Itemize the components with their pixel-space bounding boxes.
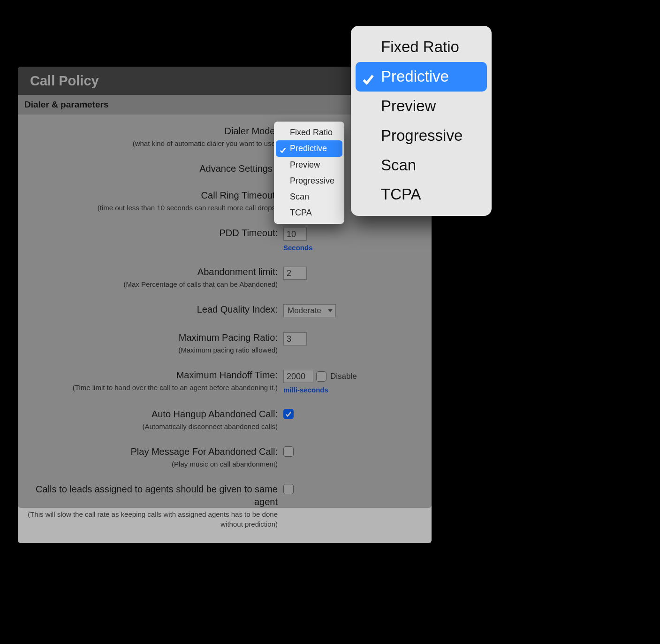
abandonment-limit-input[interactable] xyxy=(283,267,307,280)
pdd-timeout-input[interactable] xyxy=(283,228,307,241)
dialer-mode-option[interactable]: Scan xyxy=(356,151,487,180)
row-lead-quality: Lead Quality Index: Moderate xyxy=(24,303,425,317)
label-max-handoff: Maximum Handoff Time: xyxy=(24,369,278,382)
dialer-mode-dropdown[interactable]: Fixed Ratio Predictive Preview Progressi… xyxy=(274,122,344,224)
label-auto-hangup: Auto Hangup Abandoned Call: xyxy=(24,408,278,421)
dialer-mode-option[interactable]: Predictive xyxy=(356,62,487,92)
row-max-handoff: Maximum Handoff Time: (Time limit to han… xyxy=(24,369,425,394)
hint-max-handoff: (Time limit to hand over the call to an … xyxy=(24,383,278,392)
hint-max-pacing: (Maximum pacing ratio allowed) xyxy=(24,345,278,355)
dialer-mode-option[interactable]: Fixed Ratio xyxy=(356,32,487,62)
play-msg-checkbox[interactable] xyxy=(283,446,294,457)
unit-seconds: Seconds xyxy=(283,244,313,252)
dialer-mode-option[interactable]: TCPA xyxy=(276,205,342,221)
check-icon xyxy=(280,145,286,152)
max-pacing-input[interactable] xyxy=(283,332,307,345)
row-play-msg: Play Message For Abandoned Call: (Play m… xyxy=(24,445,425,469)
hint-call-ring-timeout: (time out less than 10 seconds can resul… xyxy=(24,203,278,213)
row-auto-hangup: Auto Hangup Abandoned Call: (Automatical… xyxy=(24,408,425,431)
label-abandonment-limit: Abandonment limit: xyxy=(24,266,278,278)
label-disable: Disable xyxy=(330,372,357,381)
label-pdd-timeout: PDD Timeout: xyxy=(24,227,278,239)
label-advance-settings: Advance Settings : xyxy=(24,162,278,175)
label-max-pacing: Maximum Pacing Ratio: xyxy=(24,331,278,344)
option-label: Scan xyxy=(290,192,309,201)
dialer-mode-option[interactable]: Predictive xyxy=(276,140,342,156)
option-label: Predictive xyxy=(381,68,449,85)
hint-dialer-mode: (what kind of automatic dialer you want … xyxy=(24,138,278,148)
lead-quality-value: Moderate xyxy=(288,306,321,315)
label-dialer-mode: Dialer Mode: xyxy=(24,125,278,138)
option-label: Preview xyxy=(381,97,436,115)
label-lead-quality: Lead Quality Index: xyxy=(24,303,278,316)
unit-milliseconds: milli-seconds xyxy=(283,386,328,394)
max-handoff-input[interactable] xyxy=(283,370,313,383)
dialer-mode-option[interactable]: Progressive xyxy=(356,121,487,151)
dialer-mode-option[interactable]: Scan xyxy=(276,189,342,205)
row-max-pacing: Maximum Pacing Ratio: (Maximum pacing ra… xyxy=(24,331,425,355)
dialer-mode-option[interactable]: Preview xyxy=(276,157,342,173)
hint-play-msg: (Play music on call abandonment) xyxy=(24,459,278,469)
option-label: Progressive xyxy=(381,127,463,144)
option-label: Preview xyxy=(290,160,320,169)
hint-abandonment-limit: (Max Percentage of calls that can be Aba… xyxy=(24,279,278,289)
lead-quality-select[interactable]: Moderate xyxy=(283,304,336,317)
option-label: Scan xyxy=(381,156,416,174)
row-same-agent: Calls to leads assigned to agents should… xyxy=(24,483,425,529)
max-handoff-disable-checkbox[interactable] xyxy=(316,371,326,382)
option-label: Progressive xyxy=(290,176,334,185)
dialer-mode-option[interactable]: Fixed Ratio xyxy=(276,124,342,140)
label-same-agent: Calls to leads assigned to agents should… xyxy=(24,483,278,508)
dialer-mode-dropdown-enlarged[interactable]: Fixed Ratio Predictive Preview Progressi… xyxy=(351,26,492,216)
same-agent-checkbox[interactable] xyxy=(283,484,294,494)
option-label: Fixed Ratio xyxy=(381,38,459,55)
row-pdd-timeout: PDD Timeout: Seconds xyxy=(24,227,425,252)
check-icon xyxy=(362,70,374,83)
option-label: TCPA xyxy=(290,208,312,217)
dialer-mode-option[interactable]: Progressive xyxy=(276,173,342,189)
dialer-mode-option[interactable]: TCPA xyxy=(356,180,487,209)
hint-auto-hangup: (Automatically disconnect abandoned call… xyxy=(24,422,278,431)
label-play-msg: Play Message For Abandoned Call: xyxy=(24,445,278,458)
option-label: Fixed Ratio xyxy=(290,128,333,137)
auto-hangup-checkbox[interactable] xyxy=(283,409,294,419)
hint-same-agent: (This will slow the call rate as keeping… xyxy=(24,509,278,529)
option-label: Predictive xyxy=(290,144,327,153)
row-abandonment-limit: Abandonment limit: (Max Percentage of ca… xyxy=(24,266,425,289)
option-label: TCPA xyxy=(381,185,421,203)
dialer-mode-option[interactable]: Preview xyxy=(356,92,487,121)
label-call-ring-timeout: Call Ring Timeout: xyxy=(24,189,278,202)
chevron-down-icon xyxy=(328,309,333,312)
